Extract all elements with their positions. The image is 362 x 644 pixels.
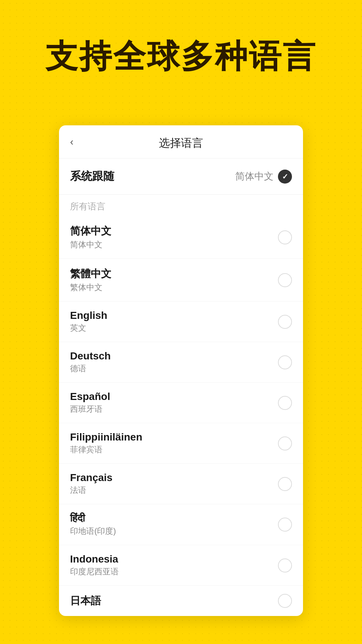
radio-button[interactable] [278, 230, 292, 244]
radio-button[interactable] [278, 273, 292, 287]
language-list: 简体中文简体中文繁體中文繁体中文English英文Deutsch德语Españo… [59, 216, 303, 616]
radio-button[interactable] [278, 558, 292, 572]
lang-name: Indonesia [70, 553, 119, 565]
lang-name: Deutsch [70, 350, 111, 362]
radio-button[interactable] [278, 315, 292, 329]
card-header: ‹ 选择语言 [59, 125, 303, 159]
lang-subtitle: 繁体中文 [70, 282, 111, 293]
language-item[interactable]: Deutsch德语 [59, 342, 303, 383]
lang-name: Filippiiniläinen [70, 431, 142, 443]
language-item[interactable]: Indonesia印度尼西亚语 [59, 545, 303, 586]
system-follow-row[interactable]: 系统跟随 简体中文 [59, 159, 303, 195]
system-status: 简体中文 [235, 170, 292, 184]
hero-title: 支持全球多种语言 [0, 37, 362, 76]
language-item[interactable]: 繁體中文繁体中文 [59, 259, 303, 302]
radio-button[interactable] [278, 477, 292, 491]
card-title: 选择语言 [159, 136, 203, 151]
system-follow-label: 系统跟随 [70, 169, 114, 184]
lang-name: 繁體中文 [70, 267, 111, 281]
back-button[interactable]: ‹ [70, 136, 73, 148]
language-item[interactable]: 简体中文简体中文 [59, 216, 303, 259]
lang-name: हिंदी [70, 512, 116, 525]
radio-button[interactable] [278, 355, 292, 369]
lang-subtitle: 法语 [70, 485, 112, 496]
language-item[interactable]: English英文 [59, 302, 303, 342]
radio-button[interactable] [278, 594, 292, 608]
lang-subtitle: 德语 [70, 363, 111, 374]
radio-button[interactable] [278, 436, 292, 450]
language-selection-card: ‹ 选择语言 系统跟随 简体中文 所有语言 简体中文简体中文繁體中文繁体中文En… [59, 125, 303, 616]
lang-name: 简体中文 [70, 224, 111, 238]
radio-button[interactable] [278, 396, 292, 410]
lang-subtitle: 菲律宾语 [70, 444, 142, 455]
lang-subtitle: 西班牙语 [70, 404, 110, 415]
lang-subtitle: 简体中文 [70, 239, 111, 250]
lang-subtitle: 英文 [70, 323, 107, 334]
language-item[interactable]: Français法语 [59, 464, 303, 504]
check-icon [278, 170, 292, 184]
all-languages-label: 所有语言 [59, 195, 303, 216]
language-item[interactable]: Filippiiniläinen菲律宾语 [59, 423, 303, 464]
lang-name: English [70, 310, 107, 321]
language-item[interactable]: 日本語 [59, 586, 303, 616]
language-item[interactable]: हिंदी印地语(印度) [59, 504, 303, 545]
lang-subtitle: 印度尼西亚语 [70, 566, 119, 577]
lang-subtitle: 印地语(印度) [70, 526, 116, 537]
lang-name: Español [70, 391, 110, 403]
lang-name: 日本語 [70, 594, 101, 608]
system-status-text: 简体中文 [235, 170, 274, 183]
radio-button[interactable] [278, 518, 292, 532]
lang-name: Français [70, 472, 112, 484]
language-item[interactable]: Español西班牙语 [59, 383, 303, 423]
